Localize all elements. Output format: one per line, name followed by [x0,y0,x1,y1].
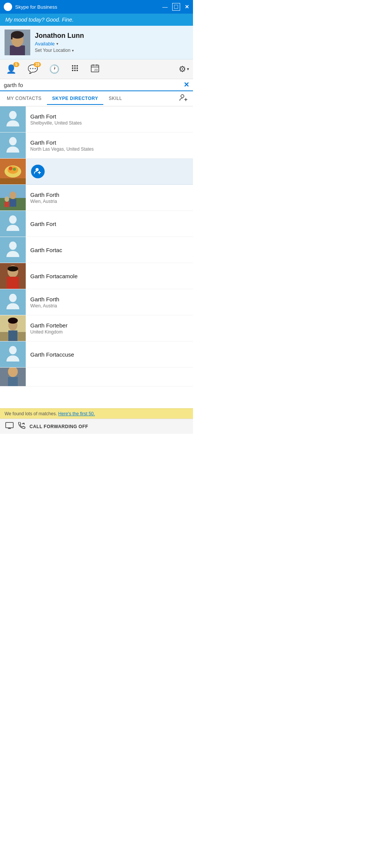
title-bar-left: Skype for Business [4,3,57,11]
settings-button[interactable]: ⚙ ▾ [179,64,189,74]
person-silhouette-icon [6,137,20,154]
svg-point-4 [11,31,24,39]
profile-name: Jonathon Lunn [35,32,84,40]
history-button[interactable]: 🕐 [47,63,62,76]
list-item[interactable] [0,368,193,386]
svg-point-14 [76,70,78,71]
minimize-button[interactable]: — [162,4,168,10]
contact-info: Garth Fortac [26,244,193,256]
svg-rect-40 [5,202,9,207]
contact-detail: Shelbyville, United States [30,120,188,126]
add-contact-tab-button[interactable] [176,91,191,106]
contact-photo [0,159,26,184]
contact-avatar [0,237,26,263]
gear-dropdown-arrow: ▾ [187,67,189,72]
contact-list: Garth Fort Shelbyville, United States Ga… [0,106,193,408]
svg-point-54 [9,346,17,354]
contact-info: Garth Fortaccuse [26,348,193,361]
svg-rect-52 [8,330,17,341]
contact-name: Garth Fortaccuse [30,351,188,358]
contact-avatar [0,315,26,341]
clock-icon: 🕐 [49,64,59,74]
contacts-button[interactable]: 5 👤 [4,63,19,76]
contact-avatar [0,132,26,158]
contacts-badge: 5 [13,62,19,67]
contact-name: Garth Fortac [30,247,188,253]
close-button[interactable]: ✕ [185,4,189,10]
search-input[interactable] [4,82,184,88]
svg-rect-58 [6,422,13,428]
conversations-badge: 19 [34,62,41,67]
svg-point-47 [9,294,17,302]
contact-avatar [0,211,26,237]
call-forwarding-label: CALL FORWARDING OFF [30,424,88,429]
contact-name: Garth Forth [30,296,188,302]
svg-point-11 [76,67,78,69]
status-link[interactable]: Here's the first 50. [58,411,95,416]
dialpad-icon [71,64,79,75]
conversations-button[interactable]: 19 💬 [25,63,40,76]
list-item[interactable]: Garth Fortacamole [0,263,193,289]
app-title: Skype for Business [15,4,57,10]
contact-info [26,374,193,380]
svg-point-12 [72,70,73,71]
contact-name: Garth Fort [30,139,188,146]
tab-my-contacts[interactable]: MY CONTACTS [2,93,47,105]
tab-skill[interactable]: SKILL [103,93,127,105]
contact-name: Garth Forteber [30,322,188,329]
profile-location-button[interactable]: Set Your Location ▾ [35,48,84,53]
profile-section: Jonathon Lunn Available ▾ Set Your Locat… [0,26,193,59]
contact-info: Garth Forth Wien, Austria [26,293,193,312]
call-forward-icon[interactable] [17,422,26,431]
avatar [5,30,30,55]
contact-name: Garth Fort [30,221,188,227]
person-silhouette-icon [6,215,20,233]
contact-avatar [0,341,26,367]
svg-point-8 [76,65,78,67]
svg-point-24 [9,137,17,145]
svg-text:23: 23 [94,68,98,72]
search-bar: ✕ [0,79,193,91]
svg-line-61 [22,423,24,424]
svg-point-42 [9,242,17,250]
search-clear-button[interactable]: ✕ [184,81,189,88]
contact-avatar [0,368,26,386]
list-item[interactable]: Garth Fortac [0,237,193,263]
list-item[interactable]: Garth Fortaccuse [0,341,193,368]
add-to-contacts-button[interactable] [31,165,45,178]
svg-rect-45 [7,277,19,289]
list-item[interactable]: Garth Forth Wien, Austria [0,289,193,315]
title-bar: Skype for Business — ☐ ✕ [0,0,193,14]
dialpad-button[interactable] [68,62,81,76]
contact-name: Garth Fortacamole [30,273,188,279]
list-item[interactable]: Garth Fort [0,211,193,237]
list-item[interactable]: Garth Forteber United Kingdom [0,315,193,341]
status-bar: We found lots of matches. Here's the fir… [0,408,193,419]
tabs-bar: MY CONTACTS SKYPE DIRECTORY SKILL [0,91,193,106]
tab-skype-directory[interactable]: SKYPE DIRECTORY [47,93,104,105]
svg-rect-57 [8,377,18,387]
mood-bar: My mood today? Good. Fine. [0,14,193,26]
profile-info: Jonathon Lunn Available ▾ Set Your Locat… [35,32,84,53]
main-container: My mood today? Good. Fine. Jonathon Lunn… [0,14,193,434]
profile-status-button[interactable]: Available ▾ [35,41,84,47]
list-item[interactable]: Garth Forth Wien, Austria [0,185,193,211]
person-silhouette-icon [6,293,20,311]
contact-detail: North Las Vegas, United States [30,146,188,152]
add-contact-row[interactable] [0,159,193,185]
contact-detail: United Kingdom [30,329,188,335]
svg-point-41 [9,215,17,224]
list-item[interactable]: Garth Fort North Las Vegas, United State… [0,132,193,159]
svg-point-6 [72,65,73,67]
skype-logo [4,3,12,11]
contact-info: Garth Forth Wien, Austria [26,189,193,207]
maximize-button[interactable]: ☐ [172,3,180,11]
calendar-button[interactable]: 23 [88,62,102,76]
screen-share-icon[interactable] [5,422,14,431]
svg-rect-5 [11,35,12,39]
svg-point-23 [9,111,17,119]
list-item[interactable]: Garth Fort Shelbyville, United States [0,106,193,132]
svg-point-9 [72,67,73,69]
contact-info: Garth Fort North Las Vegas, United State… [26,136,193,155]
svg-point-39 [5,196,9,202]
